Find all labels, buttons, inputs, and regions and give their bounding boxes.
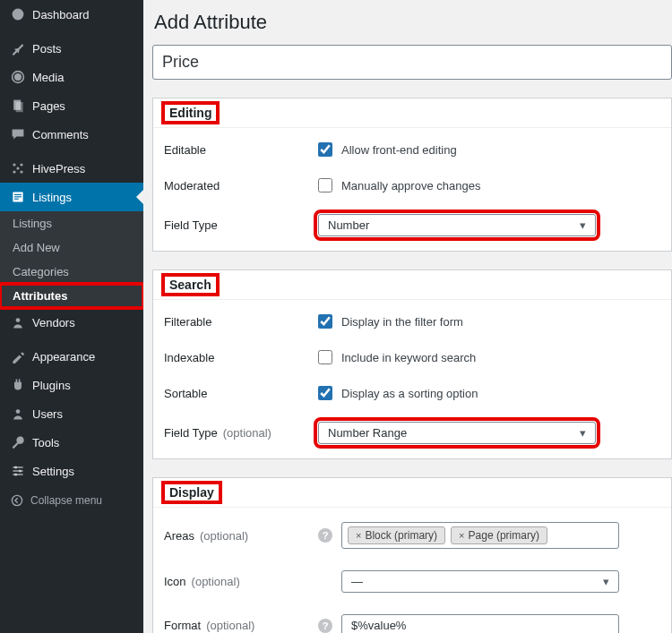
filterable-checkbox[interactable] [318,314,332,329]
sidebar-item-label: Appearance [32,350,95,364]
help-icon[interactable]: ? [318,619,332,633]
svg-point-7 [20,170,22,173]
sidebar-item-label: Pages [32,99,65,113]
users-icon [11,406,25,421]
sidebar-item-label: Comments [32,128,89,141]
icon-select[interactable]: — ▾ [341,570,619,593]
svg-point-20 [14,473,17,475]
sidebar-item-posts[interactable]: Posts [0,34,143,63]
sidebar-item-media[interactable]: Media [0,63,143,91]
svg-rect-10 [14,194,22,195]
panel-header-editing: Editing [153,98,671,128]
svg-point-18 [14,466,17,468]
filterable-checkbox-label: Display in the filter form [341,315,463,329]
sortable-checkbox-label: Display as a sorting option [341,387,478,400]
comments-icon [11,127,25,141]
sidebar-item-label: Users [32,407,63,421]
editable-label: Editable [164,143,318,157]
moderated-checkbox-label: Manually approve changes [341,179,480,192]
sidebar-item-comments[interactable]: Comments [0,120,143,149]
help-icon[interactable]: ? [318,528,332,543]
panel-editing: Editing Editable Allow front-end editing… [152,98,672,252]
editable-checkbox[interactable] [318,142,332,157]
sidebar-item-settings[interactable]: Settings [0,457,143,485]
areas-tags-input[interactable]: ×Block (primary) ×Page (primary) [341,522,619,549]
sidebar-item-label: Vendors [32,316,75,329]
svg-point-5 [20,163,22,166]
sidebar-item-pages[interactable]: Pages [0,91,143,120]
content-area: Add Attribute Editing Editable Allow fro… [143,0,672,633]
svg-point-0 [14,73,22,81]
editable-checkbox-label: Allow front-end editing [341,143,457,157]
moderated-checkbox[interactable] [318,178,332,192]
chevron-down-icon: ▾ [603,575,609,588]
panel-title-editing: Editing [164,104,217,122]
sidebar-item-listings[interactable]: Listings [0,183,143,211]
search-fieldtype-select[interactable]: Number Range ▾ [318,422,596,444]
sidebar-item-plugins[interactable]: Plugins [0,371,143,399]
moderated-label: Moderated [164,179,318,192]
sidebar-item-label: Media [32,71,64,84]
media-icon [11,70,25,84]
edit-fieldtype-select[interactable]: Number ▾ [318,214,596,236]
settings-icon [11,464,25,478]
format-label: Format (optional) [164,619,318,632]
svg-point-14 [16,409,21,414]
admin-sidebar: Dashboard Posts Media Pages Comments Hiv… [0,0,143,633]
remove-tag-icon[interactable]: × [459,530,464,541]
svg-point-6 [13,170,15,173]
sidebar-subitem-attributes[interactable]: Attributes [0,284,143,308]
icon-label: Icon (optional) [164,575,318,588]
sidebar-item-dashboard[interactable]: Dashboard [0,0,143,29]
indexable-label: Indexable [164,351,318,364]
svg-point-13 [16,318,21,322]
appearance-icon [11,349,25,364]
svg-rect-12 [14,199,19,200]
attribute-name-input[interactable] [152,45,672,80]
hivepress-icon [11,161,25,175]
sidebar-item-label: Dashboard [32,8,90,21]
collapse-menu-button[interactable]: Collapse menu [0,485,143,516]
vendors-icon [11,315,25,329]
area-tag[interactable]: ×Page (primary) [451,526,547,544]
sidebar-item-appearance[interactable]: Appearance [0,342,143,371]
panel-header-display: Display [153,478,671,508]
edit-fieldtype-value: Number [328,218,369,232]
remove-tag-icon[interactable]: × [356,530,361,541]
sidebar-item-hivepress[interactable]: HivePress [0,154,143,183]
indexable-checkbox[interactable] [318,350,332,364]
indexable-checkbox-label: Include in keyword search [341,351,476,364]
search-fieldtype-label: Field Type (optional) [164,426,318,440]
sidebar-item-label: Plugins [32,379,71,392]
sidebar-item-users[interactable]: Users [0,399,143,428]
svg-point-19 [19,469,22,472]
filterable-label: Filterable [164,315,318,329]
sidebar-subitem-add-new[interactable]: Add New [0,235,143,260]
pin-icon [11,41,25,56]
sortable-checkbox[interactable] [318,386,332,400]
svg-rect-11 [14,196,22,197]
dashboard-icon [11,7,25,21]
sidebar-item-label: HivePress [32,162,85,175]
collapse-icon [11,494,23,507]
svg-point-21 [12,495,22,505]
svg-rect-3 [16,102,23,112]
sidebar-item-tools[interactable]: Tools [0,428,143,457]
sidebar-item-label: Listings [32,191,72,204]
sidebar-subitem-listings[interactable]: Listings [0,211,143,235]
panel-display: Display Areas (optional) ? ×Block (prima… [152,477,672,633]
chevron-down-icon: ▾ [580,426,586,440]
sidebar-subitem-categories[interactable]: Categories [0,260,143,284]
area-tag[interactable]: ×Block (primary) [348,526,445,544]
collapse-menu-label: Collapse menu [30,494,102,507]
plugins-icon [11,378,25,392]
panel-title-search: Search [164,276,217,294]
panel-title-display: Display [164,483,220,501]
areas-label: Areas (optional) [164,529,318,543]
svg-point-8 [16,167,19,169]
sidebar-item-vendors[interactable]: Vendors [0,308,143,337]
format-input[interactable] [341,614,619,633]
panel-search: Search Filterable Display in the filter … [152,269,672,459]
pages-icon [11,98,25,113]
edit-fieldtype-label: Field Type [164,218,318,232]
